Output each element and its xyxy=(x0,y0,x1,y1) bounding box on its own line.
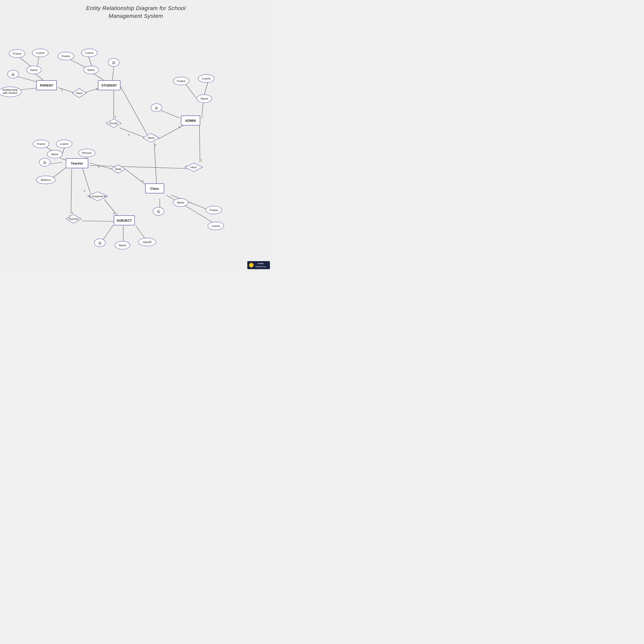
relationship-enrolls: Enrolls xyxy=(106,119,121,128)
entity-parent: PARENT xyxy=(36,81,57,90)
attr-teacher-fname: Fname xyxy=(33,140,49,148)
svg-text:with student: with student xyxy=(3,91,18,94)
svg-point-136 xyxy=(249,263,254,267)
svg-text:Lname: Lname xyxy=(60,142,68,145)
svg-line-9 xyxy=(185,83,196,98)
attr-class-name: Name xyxy=(173,198,188,207)
svg-text:Diagramming: Diagramming xyxy=(255,266,266,268)
svg-text:Fname: Fname xyxy=(37,142,45,145)
svg-text:Lname: Lname xyxy=(212,224,220,227)
svg-line-55 xyxy=(82,221,116,221)
svg-line-19 xyxy=(102,225,113,241)
svg-text:ID: ID xyxy=(112,61,115,64)
svg-text:ID: ID xyxy=(155,106,158,109)
svg-text:Fname: Fname xyxy=(177,79,185,83)
svg-text:Is assigned to: Is assigned to xyxy=(89,195,106,198)
svg-text:Teaches: Teaches xyxy=(68,217,79,220)
svg-text:1: 1 xyxy=(201,159,202,162)
entity-admin: ADMIN xyxy=(181,116,200,125)
attr-student-id: ID xyxy=(108,58,119,66)
svg-text:Takes: Takes xyxy=(147,136,155,139)
attr-student-name: Name xyxy=(84,66,99,74)
svg-line-26 xyxy=(58,88,74,93)
svg-text:Name: Name xyxy=(119,244,126,247)
svg-text:Name: Name xyxy=(177,201,184,204)
attr-class-fname: Fname xyxy=(206,206,222,214)
svg-line-32 xyxy=(119,128,144,137)
svg-text:PARENT: PARENT xyxy=(40,84,53,87)
svg-text:Relationship: Relationship xyxy=(3,88,18,91)
svg-text:Name: Name xyxy=(51,153,58,156)
svg-text:Fname: Fname xyxy=(62,55,70,58)
svg-text:Hires: Hires xyxy=(190,166,197,169)
attr-parent-fname: Fname xyxy=(9,50,25,58)
svg-text:create: create xyxy=(258,262,264,265)
svg-text:STUDENT: STUDENT xyxy=(101,84,117,87)
svg-text:Have: Have xyxy=(76,92,83,95)
attr-subject-id: ID xyxy=(94,239,105,247)
attr-subject-name: Name xyxy=(115,241,130,249)
svg-text:n: n xyxy=(142,179,144,182)
svg-text:SUBJECT: SUBJECT xyxy=(117,219,132,222)
attr-teacher-name: Name xyxy=(47,150,62,158)
diagram-container: Entity Relationship Diagram for School M… xyxy=(0,0,272,272)
svg-text:n: n xyxy=(84,189,85,192)
attr-student-lname: Lname xyxy=(81,49,97,57)
svg-text:Teacher: Teacher xyxy=(71,162,83,165)
erd-svg: 1 n n 1 n n n n n 1 xyxy=(0,0,272,272)
relationship-hires: Hires xyxy=(185,163,203,172)
svg-text:Fname: Fname xyxy=(210,209,218,212)
svg-text:Adds: Adds xyxy=(115,168,122,171)
svg-text:n: n xyxy=(179,126,180,128)
svg-text:classID: classID xyxy=(143,240,152,244)
entity-student: STUDENT xyxy=(98,81,120,90)
attr-parent-relationship: Relationship with student xyxy=(0,87,21,97)
svg-text:Class: Class xyxy=(150,187,159,190)
svg-text:ID: ID xyxy=(157,210,160,213)
svg-line-52 xyxy=(71,169,72,213)
watermark: create Diagramming xyxy=(247,261,270,269)
attr-teacher-lname: Lname xyxy=(56,140,72,148)
attr-parent-lname: Lname xyxy=(32,49,48,57)
entity-class: Class xyxy=(145,184,164,193)
svg-text:n: n xyxy=(155,144,156,146)
attr-parent-name: Name xyxy=(26,66,42,74)
attr-admin-name: Name xyxy=(197,95,212,103)
svg-text:n: n xyxy=(115,115,116,118)
attr-admin-fname: Fname xyxy=(173,77,189,85)
svg-text:ID: ID xyxy=(44,161,46,164)
svg-text:Lname: Lname xyxy=(202,77,211,80)
attr-class-id: ID xyxy=(153,207,164,215)
attr-student-fname: Fname xyxy=(58,52,74,60)
relationship-have: Have xyxy=(72,89,86,98)
svg-text:Address: Address xyxy=(41,178,51,181)
attr-teacher-phone: Phone# xyxy=(78,149,95,157)
svg-text:Phone#: Phone# xyxy=(82,151,92,154)
svg-text:n: n xyxy=(113,212,115,215)
svg-line-21 xyxy=(136,226,146,239)
attr-parent-id: ID xyxy=(8,70,19,78)
attr-teacher-address: Address xyxy=(36,176,55,184)
entity-subject: SUBJECT xyxy=(114,216,135,225)
relationship-adds: Adds xyxy=(111,165,125,173)
attr-teacher-id: ID xyxy=(39,158,50,166)
relationship-is-assigned-to: Is assigned to xyxy=(88,192,108,201)
svg-text:Enrolls: Enrolls xyxy=(109,122,118,125)
svg-line-38 xyxy=(154,142,156,184)
relationship-teaches: Teaches xyxy=(66,214,81,223)
svg-text:Name: Name xyxy=(87,68,95,71)
svg-line-11 xyxy=(202,102,203,118)
relationship-takes: Takes xyxy=(143,133,159,142)
svg-text:Lname: Lname xyxy=(36,51,45,54)
svg-text:Lname: Lname xyxy=(85,51,94,54)
svg-text:Fname: Fname xyxy=(13,52,21,55)
svg-text:ID: ID xyxy=(12,73,15,76)
svg-text:Name: Name xyxy=(200,97,208,100)
svg-line-12 xyxy=(158,109,180,118)
svg-line-34 xyxy=(121,87,147,135)
svg-text:ID: ID xyxy=(99,241,101,244)
svg-text:ADMIN: ADMIN xyxy=(185,119,196,123)
attr-subject-classid: classID xyxy=(138,238,156,246)
entity-teacher: Teacher xyxy=(66,158,88,168)
svg-text:n: n xyxy=(72,211,73,214)
